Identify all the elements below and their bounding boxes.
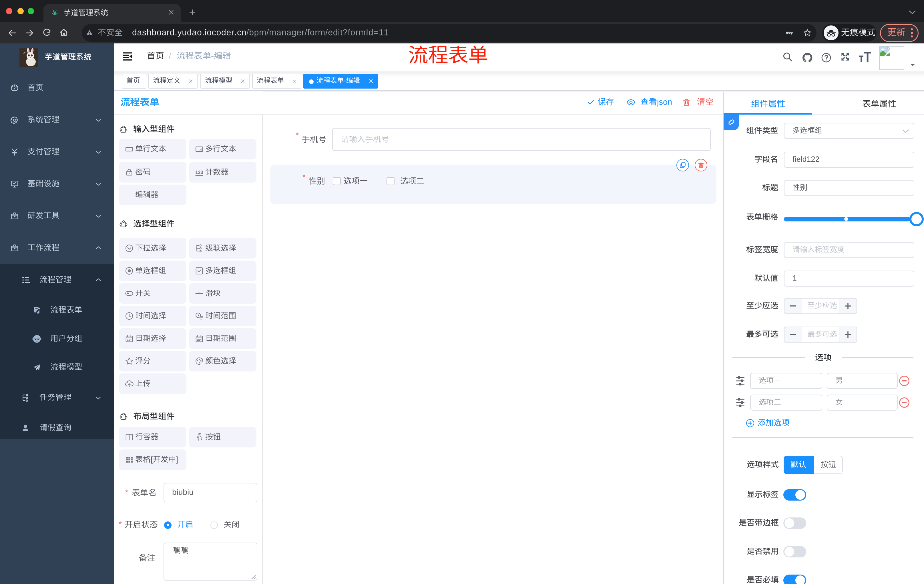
svg-text:123: 123 bbox=[195, 170, 203, 175]
